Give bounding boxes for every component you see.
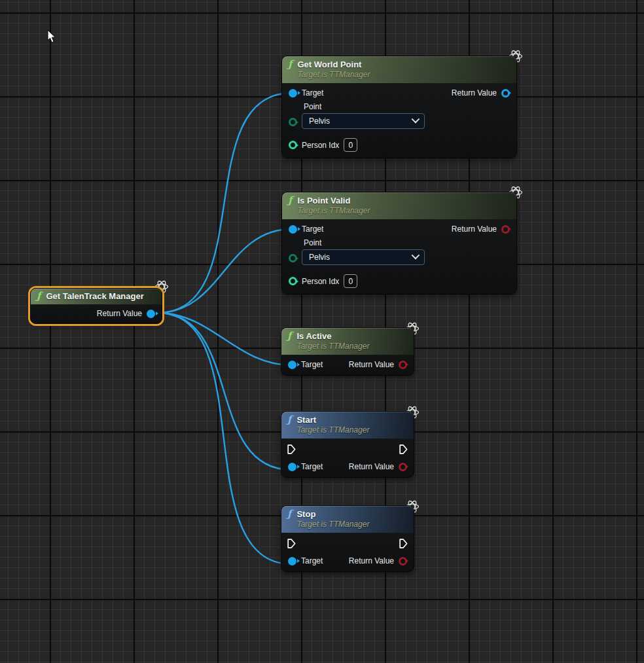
point-label: Point xyxy=(302,238,425,247)
target-label: Target xyxy=(302,224,323,234)
node-title: Is Point Valid xyxy=(297,195,370,206)
return-value-pin[interactable] xyxy=(399,361,407,369)
node-subtitle: Target is TTManager xyxy=(296,520,369,529)
exec-out-pin[interactable] xyxy=(399,444,408,454)
function-icon: ƒ xyxy=(287,414,291,425)
target-label: Target xyxy=(301,462,323,471)
person-idx-input[interactable]: 0 xyxy=(344,274,357,288)
function-icon: ƒ xyxy=(37,291,41,302)
node-header: ƒ Is Active Target is TTManager xyxy=(281,328,414,355)
target-pin[interactable] xyxy=(288,557,296,565)
node-header: ƒ Stop Target is TTManager xyxy=(281,506,414,533)
target-label: Target xyxy=(301,360,323,369)
node-is-active[interactable]: ƒ Is Active Target is TTManager Target R… xyxy=(281,327,414,376)
chevron-down-icon xyxy=(412,251,420,260)
return-value-label: Return Value xyxy=(349,360,394,369)
blueprint-graph-canvas[interactable]: { "icons": { "function": "ƒ", "badge": "… xyxy=(0,0,644,663)
return-value-label: Return Value xyxy=(349,556,394,565)
return-value-pin[interactable] xyxy=(399,463,407,471)
node-start[interactable]: ƒ Start Target is TTManager Target Retur… xyxy=(281,411,414,478)
node-header: ƒ Get TalenTrack Manager xyxy=(31,289,162,304)
node-title: Start xyxy=(296,414,369,425)
function-icon: ƒ xyxy=(287,509,291,520)
point-pin[interactable] xyxy=(289,254,297,262)
node-get-world-point[interactable]: ƒ Get World Point Target is TTManager Ta… xyxy=(281,56,517,158)
exec-out-pin[interactable] xyxy=(399,539,408,548)
target-pin[interactable] xyxy=(289,89,297,98)
node-subtitle: Target is TTManager xyxy=(296,342,369,351)
return-value-label: Return Value xyxy=(452,88,497,98)
return-value-label: Return Value xyxy=(452,224,497,234)
target-label: Target xyxy=(301,556,323,565)
mouse-cursor xyxy=(47,29,57,44)
chevron-down-icon xyxy=(412,115,420,124)
point-dropdown[interactable]: Pelvis xyxy=(302,113,425,129)
person-idx-input[interactable]: 0 xyxy=(344,138,357,152)
return-value-pin[interactable] xyxy=(147,310,155,318)
node-subtitle: Target is TTManager xyxy=(296,425,369,435)
node-header: ƒ Is Point Valid Target is TTManager xyxy=(282,192,516,219)
return-value-label: Return Value xyxy=(97,309,142,318)
return-value-pin[interactable] xyxy=(399,557,407,565)
point-pin[interactable] xyxy=(289,118,297,126)
node-title: Get TalenTrack Manager xyxy=(46,291,143,302)
exec-in-pin[interactable] xyxy=(287,444,296,454)
person-idx-pin[interactable] xyxy=(289,277,297,285)
node-title: Is Active xyxy=(296,331,369,342)
node-title: Stop xyxy=(296,509,369,520)
person-idx-pin[interactable] xyxy=(289,141,297,149)
wire-to-is-active[interactable] xyxy=(157,313,292,365)
point-dropdown-value: Pelvis xyxy=(309,253,330,262)
target-pin[interactable] xyxy=(288,463,296,471)
point-dropdown[interactable]: Pelvis xyxy=(302,249,425,265)
function-icon: ƒ xyxy=(287,331,291,342)
node-stop[interactable]: ƒ Stop Target is TTManager Target Return… xyxy=(281,505,414,572)
return-value-pin[interactable] xyxy=(501,89,510,98)
wire-to-stop[interactable] xyxy=(157,313,292,564)
return-value-pin[interactable] xyxy=(501,225,510,234)
wire-to-is-point-valid[interactable] xyxy=(157,229,292,313)
node-header: ƒ Start Target is TTManager xyxy=(281,412,414,439)
person-idx-label: Person Idx xyxy=(302,277,339,286)
node-subtitle: Target is TTManager xyxy=(297,206,370,216)
point-dropdown-value: Pelvis xyxy=(309,116,330,126)
return-value-label: Return Value xyxy=(349,462,394,471)
target-pin[interactable] xyxy=(288,361,296,369)
node-subtitle: Target is TTManager xyxy=(297,70,370,80)
node-title: Get World Point xyxy=(297,59,370,70)
node-is-point-valid[interactable]: ƒ Is Point Valid Target is TTManager Tar… xyxy=(281,192,517,295)
point-label: Point xyxy=(302,102,425,111)
person-idx-label: Person Idx xyxy=(302,141,339,150)
function-icon: ƒ xyxy=(288,195,292,206)
wire-to-get-world-point[interactable] xyxy=(157,93,292,313)
node-get-talentrack-manager[interactable]: ƒ Get TalenTrack Manager Return Value xyxy=(30,288,162,324)
target-label: Target xyxy=(302,88,323,98)
target-pin[interactable] xyxy=(289,225,297,234)
exec-in-pin[interactable] xyxy=(287,539,296,548)
node-header: ƒ Get World Point Target is TTManager xyxy=(282,56,516,83)
function-icon: ƒ xyxy=(288,59,292,70)
